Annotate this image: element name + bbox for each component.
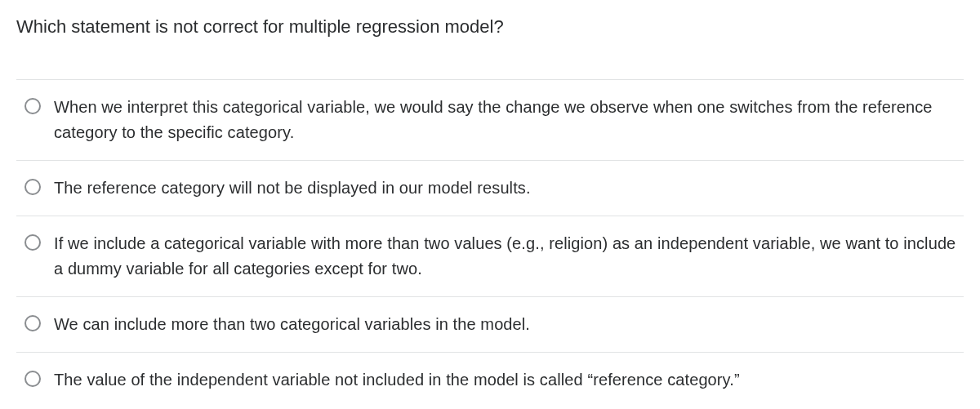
option-text: The reference category will not be displ…: [54, 176, 531, 201]
option-text: If we include a categorical variable wit…: [54, 231, 964, 282]
option-text: We can include more than two categorical…: [54, 312, 530, 337]
radio-icon[interactable]: [24, 98, 41, 114]
radio-icon[interactable]: [24, 179, 41, 195]
question-text: Which statement is not correct for multi…: [16, 15, 964, 79]
option-row[interactable]: When we interpret this categorical varia…: [16, 79, 964, 160]
option-row[interactable]: If we include a categorical variable wit…: [16, 216, 964, 296]
option-row[interactable]: We can include more than two categorical…: [16, 296, 964, 352]
radio-icon[interactable]: [24, 234, 41, 251]
radio-icon[interactable]: [24, 315, 41, 331]
option-row[interactable]: The reference category will not be displ…: [16, 160, 964, 216]
question-block: Which statement is not correct for multi…: [0, 0, 980, 407]
option-text: The value of the independent variable no…: [54, 367, 740, 393]
radio-icon[interactable]: [24, 371, 41, 387]
option-row[interactable]: The value of the independent variable no…: [16, 352, 964, 407]
option-text: When we interpret this categorical varia…: [54, 95, 964, 145]
